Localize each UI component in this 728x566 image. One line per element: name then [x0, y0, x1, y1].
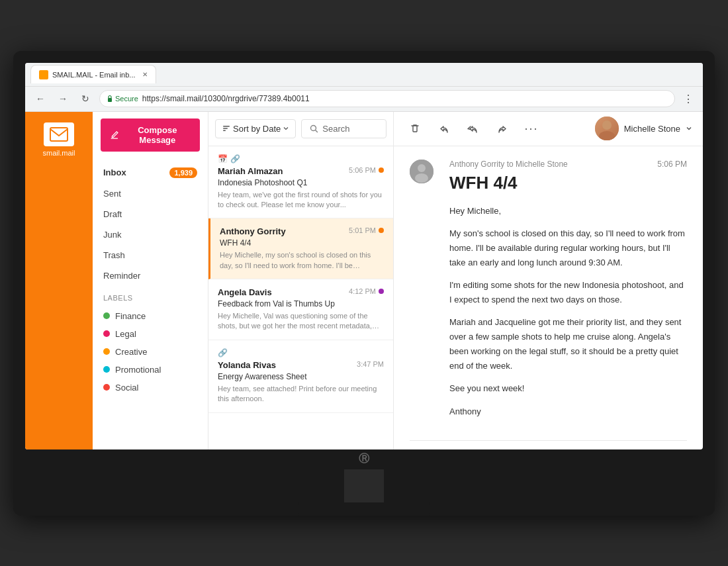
nav-reminder[interactable]: Reminder: [93, 265, 208, 286]
unread-indicator-2: [379, 289, 384, 294]
promotional-dot: [103, 366, 110, 373]
stand-neck: [344, 469, 384, 502]
nav-trash[interactable]: Trash: [93, 245, 208, 265]
email-time-0: 5:06 PM: [349, 166, 384, 174]
browser-nav-bar: ← → ↻ Secure https://smail.mail/10300/nr…: [25, 87, 703, 112]
dropdown-chevron-icon: [686, 125, 692, 132]
message-from-to: Anthony Gorrity to Michelle Stone: [449, 160, 568, 169]
email-list: 📅 🔗 Mariah Almazan 5:06 PM Indonesia Pho…: [208, 146, 394, 413]
email-time-2: 4:12 PM: [349, 287, 384, 295]
reply-all-button[interactable]: [463, 118, 484, 139]
forward-button[interactable]: [492, 118, 513, 139]
reply-button[interactable]: [433, 118, 455, 139]
email-item-0[interactable]: 📅 🔗 Mariah Almazan 5:06 PM Indonesia Pho…: [208, 146, 393, 219]
email-list-header: Sort by Date Search: [208, 112, 393, 146]
finance-dot: [103, 312, 110, 319]
email-preview-3: Hey team, see attached! Print before our…: [218, 384, 384, 404]
monitor-bezel-bottom: Ⓡ: [25, 449, 703, 469]
detail-panel: Anthony Gorrity to Michelle Stone 5:06 P…: [449, 160, 687, 427]
email-time-3: 3:47 PM: [357, 360, 384, 368]
search-button[interactable]: Search: [301, 119, 387, 138]
browser-tab-bar: SMAIL.MAIL - Email inb... ✕: [25, 63, 703, 87]
left-navigation: Compose Message Inbox 1,939 Sent Draft J…: [93, 112, 208, 449]
logo-text: smail.mail: [43, 149, 75, 157]
stand-base: [298, 502, 430, 516]
svg-rect-2: [223, 126, 230, 127]
inbox-badge: 1,939: [169, 167, 197, 178]
avatar: [595, 117, 619, 140]
unread-indicator-0: [379, 167, 384, 173]
email-preview-1: Hey Michelle, my son's school is closed …: [220, 250, 384, 271]
message-header-row: Anthony Gorrity to Michelle Stone 5:06 P…: [410, 160, 687, 427]
user-name: Michelle Stone: [624, 124, 680, 134]
email-sender-1: Anthony Gorrity: [220, 226, 286, 236]
link-icon: 🔗: [230, 154, 240, 164]
tab-close-button[interactable]: ✕: [142, 71, 148, 78]
browser-menu-button[interactable]: ⋮: [680, 93, 696, 105]
svg-rect-1: [50, 128, 68, 141]
calendar-icon: 📅: [218, 154, 228, 164]
email-item-3[interactable]: 🔗 Yolanda Rivas 3:47 PM Energy Awareness…: [208, 340, 393, 413]
detail-actions: ···: [404, 118, 542, 139]
body-signature: Anthony: [449, 404, 687, 419]
email-preview-2: Hey Michelle, Val was questioning some o…: [218, 311, 384, 332]
label-legal[interactable]: Legal: [103, 325, 197, 343]
body-para-0: My son's school is closed on this day, s…: [449, 226, 687, 270]
labels-title: Labels: [103, 294, 197, 302]
email-item-2[interactable]: Angela Davis 4:12 PM Feedback from Val i…: [208, 279, 393, 340]
label-promotional[interactable]: Promotional: [103, 361, 197, 379]
svg-point-9: [418, 164, 426, 172]
sender-avatar: [410, 160, 433, 183]
message-body: Hey Michelle, My son's school is closed …: [449, 204, 687, 427]
trash-button[interactable]: [404, 118, 426, 139]
address-bar[interactable]: Secure https://smail.mail/10300/nrgdrive…: [99, 90, 675, 107]
email-subject-0: Indonesia Photoshoot Q1: [218, 178, 384, 187]
logo-icon: [44, 122, 74, 146]
svg-rect-3: [223, 128, 228, 129]
email-item-1[interactable]: Anthony Gorrity 5:01 PM WFH 4/4 Hey Mich…: [208, 218, 393, 279]
user-profile[interactable]: Michelle Stone: [595, 117, 692, 140]
message-meta: Anthony Gorrity to Michelle Stone 5:06 P…: [449, 160, 687, 169]
body-para-2: Mariah and Jacqueline got me their prior…: [449, 315, 687, 373]
monitor-stand: [25, 469, 703, 516]
label-social[interactable]: Social: [103, 379, 197, 397]
label-creative[interactable]: Creative: [103, 343, 197, 361]
svg-rect-0: [108, 98, 112, 102]
browser-tab[interactable]: SMAIL.MAIL - Email inb... ✕: [30, 65, 156, 83]
logo-area: smail.mail: [43, 122, 75, 157]
email-preview-0: Hey team, we've got the first round of s…: [218, 190, 384, 211]
email-detail-toolbar: ··· Michelle Stone: [394, 112, 703, 146]
email-sender-0: Mariah Almazan: [218, 166, 283, 176]
body-greeting: Hey Michelle,: [449, 204, 687, 218]
back-button[interactable]: ←: [32, 90, 49, 107]
sort-by-date-button[interactable]: Sort by Date: [215, 119, 296, 138]
email-icons-0: 📅 🔗: [218, 154, 384, 164]
forward-button[interactable]: →: [54, 90, 71, 107]
label-finance[interactable]: Finance: [103, 307, 197, 325]
email-detail-panel: ··· Michelle Stone: [394, 112, 703, 449]
refresh-button[interactable]: ↻: [77, 90, 94, 107]
nav-sent[interactable]: Sent: [93, 183, 208, 204]
nav-draft[interactable]: Draft: [93, 204, 208, 224]
email-subject-2: Feedback from Val is Thumbs Up: [218, 299, 384, 308]
compose-button[interactable]: Compose Message: [101, 118, 200, 152]
creative-dot: [103, 348, 110, 355]
url-text: https://smail.mail/10300/nrgdrive/77389.…: [142, 94, 310, 103]
svg-point-7: [599, 131, 615, 140]
more-actions-button[interactable]: ···: [521, 118, 542, 139]
app-container: smail.mail Compose Message Inbox 1,939 S…: [25, 112, 703, 449]
tab-favicon: [39, 70, 48, 79]
email-sender-3: Yolanda Rivas: [218, 360, 276, 370]
svg-point-6: [602, 120, 612, 130]
email-time-1: 5:01 PM: [349, 226, 384, 234]
message-detail-time: 5:06 PM: [657, 160, 687, 169]
email-sender-2: Angela Davis: [218, 287, 272, 297]
nav-inbox[interactable]: Inbox 1,939: [93, 162, 208, 183]
avatar-image: [595, 117, 619, 140]
email-content-area: Anthony Gorrity to Michelle Stone 5:06 P…: [394, 146, 703, 449]
hp-logo: Ⓡ: [359, 452, 369, 466]
nav-junk[interactable]: Junk: [93, 224, 208, 245]
unread-indicator-1: [379, 228, 384, 233]
email-icons-3: 🔗: [218, 348, 384, 357]
email-subject-1: WFH 4/4: [220, 238, 384, 248]
